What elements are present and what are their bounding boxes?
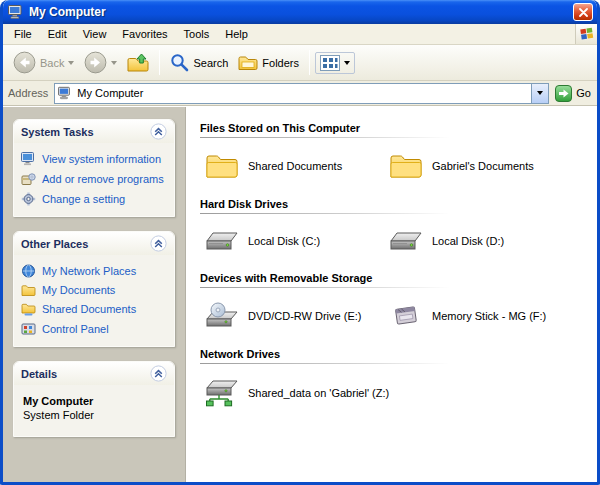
forward-button[interactable] [79,48,122,77]
item-label: DVD/CD-RW Drive (E:) [248,310,361,322]
folders-label: Folders [262,57,299,69]
task-label: Control Panel [42,323,109,336]
folders-button[interactable]: Folders [233,51,304,74]
menu-favorites[interactable]: Favorites [114,26,175,42]
task-pane-sidebar: System Tasks [3,107,185,482]
go-button[interactable]: Go [555,85,591,102]
menu-view[interactable]: View [75,26,115,42]
menu-edit[interactable]: Edit [40,26,75,42]
hard-disk-icon [204,228,240,254]
link-my-network-places[interactable]: My Network Places [18,261,170,281]
panel-title: Details [21,368,57,380]
folder-icon [204,152,240,180]
go-label: Go [576,87,591,99]
section-hard-disk-drives: Hard Disk Drives Local Disk (C:) [200,198,597,270]
item-gabriels-documents[interactable]: Gabriel's Documents [388,152,597,180]
section-files-stored: Files Stored on This Computer Shared Doc… [200,122,597,196]
views-button[interactable] [315,52,355,74]
network-places-icon [21,264,36,278]
item-shared-documents[interactable]: Shared Documents [204,152,384,180]
menu-help[interactable]: Help [217,26,256,42]
system-tasks-panel: System Tasks [13,119,175,217]
close-button[interactable] [573,3,593,21]
address-bar: Address My Computer [3,81,597,106]
change-setting-icon [21,192,36,206]
window-body: System Tasks [3,106,597,482]
item-label: Gabriel's Documents [432,160,534,172]
address-value: My Computer [77,87,143,99]
item-local-disk-c[interactable]: Local Disk (C:) [204,228,384,254]
search-label: Search [193,57,228,69]
panel-title: Other Places [21,238,88,250]
task-view-system-information[interactable]: View system information [18,149,170,169]
back-dropdown-icon [68,61,74,65]
other-places-header[interactable]: Other Places [14,232,174,255]
details-header[interactable]: Details [14,362,174,385]
network-drive-icon [204,378,240,408]
chevron-up-icon[interactable] [150,235,167,252]
task-label: View system information [42,153,161,166]
item-local-disk-d[interactable]: Local Disk (D:) [388,228,597,254]
panel-title: System Tasks [21,126,94,138]
magnifier-icon [170,53,189,72]
address-label: Address [8,87,48,99]
forward-circle-arrow-icon [84,51,107,74]
section-divider [200,137,450,138]
folders-icon [238,54,258,71]
section-divider [200,363,450,364]
menu-tools[interactable]: Tools [176,26,218,42]
hard-disk-icon [388,228,424,254]
link-control-panel[interactable]: Control Panel [18,319,170,339]
address-combo[interactable]: My Computer [54,83,549,104]
toolbar-separator [309,50,310,75]
title-bar[interactable]: My Computer [3,0,597,24]
back-circle-arrow-icon [13,51,36,74]
toolbar-separator [159,50,160,75]
system-tasks-header[interactable]: System Tasks [14,120,174,143]
back-button[interactable]: Back [8,48,79,77]
details-item-type: System Folder [18,407,170,429]
system-info-icon [21,152,36,166]
link-shared-documents[interactable]: Shared Documents [18,300,170,319]
menu-bar: File Edit View Favorites Tools Help [3,24,597,45]
folder-up-icon [127,53,149,73]
task-add-or-remove-programs[interactable]: Add or remove programs [18,169,170,189]
section-divider [200,213,450,214]
shared-folder-icon [21,303,36,316]
item-label: Local Disk (C:) [248,235,320,247]
section-network-drives: Network Drives [200,348,597,424]
views-dropdown-icon [344,61,350,65]
item-shared-data-z[interactable]: Shared_data on 'Gabriel' (Z:) [204,378,384,408]
up-button[interactable] [122,50,154,76]
folder-content-view: Files Stored on This Computer Shared Doc… [185,107,597,482]
item-dvd-cdrw-drive-e[interactable]: DVD/CD-RW Drive (E:) [204,302,384,330]
item-memory-stick-f[interactable]: Memory Stick - MG (F:) [388,302,597,330]
memory-stick-icon [388,303,424,329]
chevron-up-icon[interactable] [150,123,167,140]
section-title: Devices with Removable Storage [200,272,597,284]
task-change-a-setting[interactable]: Change a setting [18,189,170,209]
details-panel: Details My Computer System Folder [13,361,175,437]
link-my-documents[interactable]: My Documents [18,281,170,300]
chevron-down-icon [537,91,543,95]
section-removable-storage: Devices with Removable Storage [200,272,597,346]
menu-file[interactable]: File [6,26,40,42]
section-title: Network Drives [200,348,597,360]
back-label: Back [40,57,64,69]
address-dropdown-button[interactable] [531,84,548,103]
window-title: My Computer [29,5,573,19]
item-label: Memory Stick - MG (F:) [432,310,546,322]
task-label: My Network Places [42,265,136,278]
other-places-panel: Other Places [13,231,175,347]
task-label: Shared Documents [42,303,136,316]
close-icon [579,8,588,17]
chevron-up-icon[interactable] [150,365,167,382]
item-label: Local Disk (D:) [432,235,504,247]
standard-buttons-toolbar: Back [3,45,597,81]
search-button[interactable]: Search [165,50,233,75]
my-computer-icon [58,86,72,100]
folder-icon [21,284,36,297]
add-remove-programs-icon [21,172,36,186]
system-tasks-body: View system information Add or remove pr… [14,143,174,216]
section-title: Files Stored on This Computer [200,122,597,134]
